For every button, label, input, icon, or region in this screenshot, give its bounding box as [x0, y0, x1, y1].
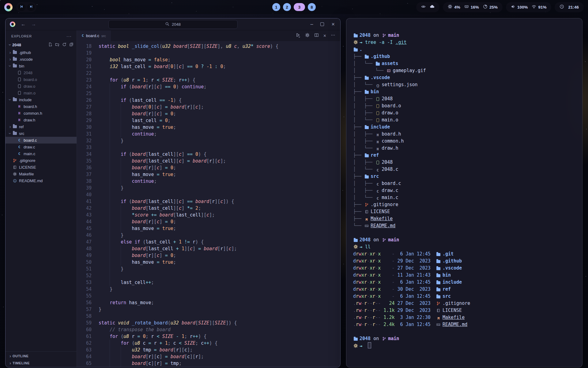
launcher-button[interactable]	[4, 3, 13, 11]
sidebar-item-draw.o[interactable]: draw.o	[6, 83, 77, 90]
sidebar-item-main.c[interactable]: Cmain.c	[6, 150, 77, 157]
sidebar-item-draw.c[interactable]: Cdraw.c	[6, 144, 77, 150]
sidebar-item-.gitignore[interactable]: .gitignore	[6, 157, 77, 164]
terminal[interactable]: 2048 on main→ tree -a -I .git.├── .githu…	[346, 18, 582, 367]
project-root-item[interactable]: › 2048	[6, 41, 77, 48]
desktop: 1238 4% 16% 25% 100% 91% 21:46	[0, 0, 588, 368]
code-line: 27 board[0][c] = board[r][c];	[77, 104, 340, 110]
clock-icon	[560, 4, 564, 10]
code-line: 24 if (board[r][c] == 0) continue;	[77, 83, 340, 90]
branch-icon	[382, 33, 386, 37]
sidebar-item-ref[interactable]: ›ref	[6, 123, 77, 130]
tab-directory: src	[101, 34, 106, 38]
split-editor-button[interactable]	[314, 33, 319, 39]
sidebar-item-draw.h[interactable]: Hdraw.h	[6, 117, 77, 123]
skip-back-button[interactable]	[18, 3, 25, 11]
settings-gear-icon[interactable]	[305, 33, 310, 39]
file-label: draw.c	[24, 145, 35, 149]
workspace-8[interactable]: 8	[308, 3, 316, 11]
more-actions-button[interactable]	[331, 33, 335, 39]
code-line: 49 board[r][c] = 0;	[77, 252, 340, 259]
line-number: 21	[77, 63, 99, 70]
folder-icon	[364, 91, 369, 94]
tab-board-c[interactable]: C board.c src	[77, 30, 111, 41]
chevron-right-icon: ›	[8, 57, 12, 62]
folder-icon	[436, 274, 441, 277]
line-number: 20	[77, 56, 99, 63]
skip-back-icon	[20, 5, 24, 10]
sidebar-item-common.h[interactable]: Hcommon.h	[6, 110, 77, 117]
outline-section[interactable]: ›OUTLINE	[6, 352, 77, 359]
disk-stat: 25%	[483, 4, 498, 10]
sidebar-item-2048[interactable]: 2048	[6, 69, 77, 76]
sidebar-item-src[interactable]: ›src	[6, 130, 77, 137]
terminal-command-line: → tree -a -I .git	[353, 39, 576, 46]
sidebar-item-board.h[interactable]: Hboard.h	[6, 103, 77, 110]
line-number: 54	[77, 286, 99, 293]
close-button[interactable]: ×	[331, 21, 335, 27]
terminal-tree-line: .	[353, 46, 576, 53]
line-number: 40	[77, 191, 99, 198]
filebin-icon	[375, 97, 380, 101]
line-number: 51	[77, 266, 99, 272]
sidebar-item-.github[interactable]: ›.github	[6, 49, 77, 56]
terminal-tree-line: ├── bin	[353, 88, 576, 95]
timeline-section[interactable]: ›TIMELINE	[6, 359, 77, 366]
clock-module[interactable]: 21:46	[555, 2, 584, 12]
line-number: 25	[77, 90, 99, 97]
file-label: main.o	[24, 91, 36, 95]
sidebar-item-.vscode[interactable]: ›.vscode	[6, 56, 77, 63]
file-icon	[17, 84, 22, 88]
terminal-prompt-line: 2048 on main	[353, 236, 576, 243]
new-file-button[interactable]	[48, 42, 52, 48]
new-folder-button[interactable]	[55, 42, 59, 48]
code-line: 39 }	[77, 185, 340, 191]
sidebar-item-board.c[interactable]: Cboard.c	[6, 137, 77, 144]
sidebar-item-README.md[interactable]: README.md	[6, 177, 77, 184]
refresh-explorer-button[interactable]	[62, 42, 66, 48]
sidebar-item-bin[interactable]: ›bin	[6, 63, 77, 69]
code-line: 20 bool has_move = false;	[77, 56, 340, 63]
line-number: 35	[77, 158, 99, 164]
file-label: 2048	[24, 71, 32, 75]
c-icon: C	[17, 145, 22, 149]
explorer-more-button[interactable]: ···	[66, 34, 72, 39]
sidebar-item-Makefile[interactable]: Makefile	[6, 171, 77, 177]
run-button[interactable]	[296, 33, 300, 39]
minimize-button[interactable]: –	[311, 22, 313, 27]
workspace-2[interactable]: 2	[283, 3, 291, 11]
sidebar-item-LICENSE[interactable]: LICENSE	[6, 164, 77, 171]
collapse-folders-button[interactable]	[69, 42, 74, 48]
project-root-label: 2048	[12, 43, 21, 47]
maximize-button[interactable]	[320, 22, 324, 26]
close-editor-button[interactable]: ×	[323, 33, 326, 38]
md-icon	[436, 323, 441, 327]
audio-network-module[interactable]: 100% 91%	[506, 2, 552, 12]
book-icon	[364, 210, 369, 214]
code-line: 45 has_move = true;	[77, 225, 340, 232]
volume-level: 100%	[517, 5, 528, 10]
titlebar-search[interactable]: 2048	[108, 20, 238, 29]
sidebar-item-include[interactable]: ›include	[6, 96, 77, 103]
mk-icon: M	[364, 218, 369, 222]
workspace-1[interactable]: 1	[272, 3, 280, 11]
sfolder-icon	[12, 58, 17, 61]
h-icon: H	[17, 118, 22, 122]
chevron-right-icon: ›	[8, 50, 12, 55]
file-label: LICENSE	[19, 165, 36, 170]
code-editor[interactable]: 18static bool _slide_col(u32 board[SIZE]…	[77, 41, 340, 367]
chevron-right-icon: ›	[8, 361, 13, 366]
workspace-3[interactable]: 3	[294, 3, 305, 11]
nav-forward-button[interactable]: →	[31, 21, 36, 27]
sidebar-item-main.o[interactable]: main.o	[6, 90, 77, 96]
nav-back-button[interactable]: ←	[21, 21, 26, 27]
sidebar-item-board.o[interactable]: board.o	[6, 76, 77, 83]
line-number: 39	[77, 185, 99, 191]
weather-module[interactable]	[416, 2, 439, 12]
line-number: 48	[77, 245, 99, 252]
code-line: 57}	[77, 306, 340, 313]
cgray-icon: C	[375, 182, 380, 186]
system-stats-module[interactable]: 4% 16% 25%	[443, 2, 503, 12]
line-number: 52	[77, 272, 99, 279]
skip-forward-button[interactable]	[27, 3, 35, 11]
